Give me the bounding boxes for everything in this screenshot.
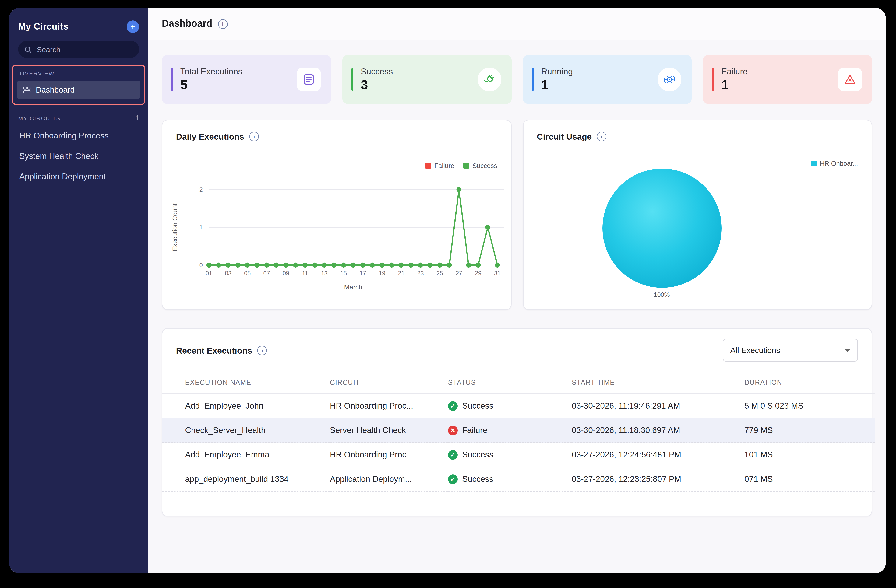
add-circuit-button[interactable]: +: [126, 20, 139, 33]
circuit-cell: Application Deploym...: [330, 474, 412, 483]
column-header: STATUS: [448, 372, 572, 394]
check-circle-icon: ✓: [448, 450, 458, 460]
app-window: My Circuits + OVERVIEW Dashboard MY CIRC…: [9, 8, 886, 573]
info-icon[interactable]: [597, 132, 606, 141]
execution-name-cell: Add_Employee_Emma: [185, 450, 269, 459]
executions-filter-dropdown[interactable]: All Executions: [723, 339, 858, 362]
svg-text:21: 21: [398, 270, 404, 277]
svg-text:03: 03: [225, 270, 232, 277]
panel-title: Recent Executions: [176, 345, 252, 355]
status-label: Success: [462, 450, 493, 459]
pie-slice-hr-onboarding[interactable]: [602, 169, 721, 288]
svg-text:01: 01: [206, 270, 212, 277]
status-cell: ✓Success: [448, 450, 493, 460]
sidebar-header: My Circuits +: [9, 17, 148, 33]
stat-card-failure: Failure 1: [703, 55, 872, 104]
my-circuits-section-label: MY CIRCUITS: [18, 115, 61, 121]
stat-label: Total Executions: [180, 67, 290, 76]
success-plug-icon: [477, 68, 501, 91]
failure-legend-swatch: [425, 163, 431, 169]
screen: My Circuits + OVERVIEW Dashboard MY CIRC…: [0, 0, 896, 588]
panel-title: Daily Executions: [176, 132, 244, 141]
panel-title: Circuit Usage: [537, 132, 592, 141]
stat-text: Running 1: [541, 67, 650, 93]
check-circle-icon: ✓: [448, 474, 458, 484]
svg-text:31: 31: [494, 270, 501, 277]
duration-cell: 5 M 0 S 023 MS: [744, 401, 803, 410]
top-bar: Dashboard: [148, 8, 886, 40]
svg-text:March: March: [344, 284, 362, 291]
sidebar-item-hr-onboarding-process[interactable]: HR Onboarding Process: [9, 125, 148, 146]
search-box[interactable]: [18, 41, 139, 58]
execution-name-cell: Check_Server_Health: [185, 426, 266, 435]
stat-text: Total Executions 5: [180, 67, 290, 93]
start-time-cell: 03-30-2026, 11:19:46:291 AM: [572, 401, 680, 410]
stat-text: Success 3: [361, 67, 470, 93]
duration-cell: 071 MS: [744, 474, 773, 483]
circuit-legend-label: HR Onboar...: [820, 160, 858, 167]
status-cell: ✓Success: [448, 401, 493, 411]
stat-card-success: Success 3: [342, 55, 511, 104]
svg-text:11: 11: [302, 270, 308, 277]
stat-accent-bar: [171, 68, 173, 91]
search-input[interactable]: [36, 45, 133, 54]
running-gear-icon: [658, 68, 681, 91]
svg-text:19: 19: [379, 270, 386, 277]
svg-text:15: 15: [340, 270, 347, 277]
success-legend-swatch: [463, 163, 469, 169]
search-icon: [24, 45, 32, 54]
column-header: START TIME: [572, 372, 744, 394]
status-label: Failure: [462, 426, 488, 435]
stat-value: 3: [361, 77, 470, 93]
daily-executions-panel: Daily Executions Failure Success 0120103…: [162, 120, 511, 310]
execution-name-cell: Add_Employee_John: [185, 401, 264, 410]
table-row[interactable]: Add_Employee_John HR Onboarding Proc... …: [162, 394, 875, 418]
sidebar-item-system-health-check[interactable]: System Health Check: [9, 146, 148, 166]
table-row[interactable]: Add_Employee_Emma HR Onboarding Proc... …: [162, 442, 875, 467]
execution-name-cell: app_deployment_build 1334: [185, 474, 289, 483]
duration-cell: 101 MS: [744, 450, 773, 459]
svg-text:25: 25: [436, 270, 443, 277]
stat-value: 5: [180, 77, 290, 93]
svg-text:Execution Count: Execution Count: [171, 204, 178, 251]
stats-row: Total Executions 5: [162, 55, 872, 104]
stat-card-running: Running 1: [523, 55, 692, 104]
stat-label: Success: [361, 67, 470, 76]
sidebar-title: My Circuits: [18, 21, 68, 32]
sidebar-item-dashboard[interactable]: Dashboard: [17, 81, 140, 99]
column-header: DURATION: [744, 372, 875, 394]
stat-text: Failure 1: [721, 67, 831, 93]
executions-list-icon: [297, 68, 321, 91]
table-row[interactable]: Check_Server_Health Server Health Check …: [162, 418, 875, 442]
main-content: Dashboard Total Executions 5: [148, 8, 886, 573]
charts-row: Daily Executions Failure Success 0120103…: [162, 120, 872, 310]
svg-text:1: 1: [199, 224, 203, 231]
stat-label: Running: [541, 67, 650, 76]
circuit-cell: HR Onboarding Proc...: [330, 401, 413, 410]
start-time-cell: 03-30-2026, 11:18:30:697 AM: [572, 426, 680, 435]
status-label: Success: [462, 475, 493, 484]
status-label: Success: [462, 401, 493, 410]
info-icon[interactable]: [249, 132, 259, 141]
status-cell: ✓Success: [448, 474, 493, 484]
svg-text:2: 2: [199, 186, 203, 193]
circuit-cell: HR Onboarding Proc...: [330, 450, 413, 459]
page-title: Dashboard: [162, 18, 212, 29]
failure-alert-icon: [838, 68, 862, 91]
sidebar-item-application-deployment[interactable]: Application Deployment: [9, 166, 148, 187]
stat-accent-bar: [532, 68, 534, 91]
status-cell: ✕Failure: [448, 425, 488, 435]
circuit-usage-panel: Circuit Usage HR Onboar... 100%: [523, 120, 872, 310]
svg-text:23: 23: [417, 270, 424, 277]
circuit-item-label: Application Deployment: [19, 172, 106, 181]
failure-legend-label: Failure: [434, 162, 454, 169]
start-time-cell: 03-27-2026, 12:23:25:807 PM: [572, 474, 681, 483]
stat-label: Failure: [721, 67, 831, 76]
info-icon[interactable]: [218, 19, 227, 29]
table-row[interactable]: app_deployment_build 1334 Application De…: [162, 467, 875, 491]
info-icon[interactable]: [258, 345, 267, 355]
svg-text:29: 29: [475, 270, 482, 277]
column-header: CIRCUIT: [330, 372, 448, 394]
svg-text:27: 27: [456, 270, 462, 277]
chart-legend: Failure Success: [420, 162, 497, 169]
